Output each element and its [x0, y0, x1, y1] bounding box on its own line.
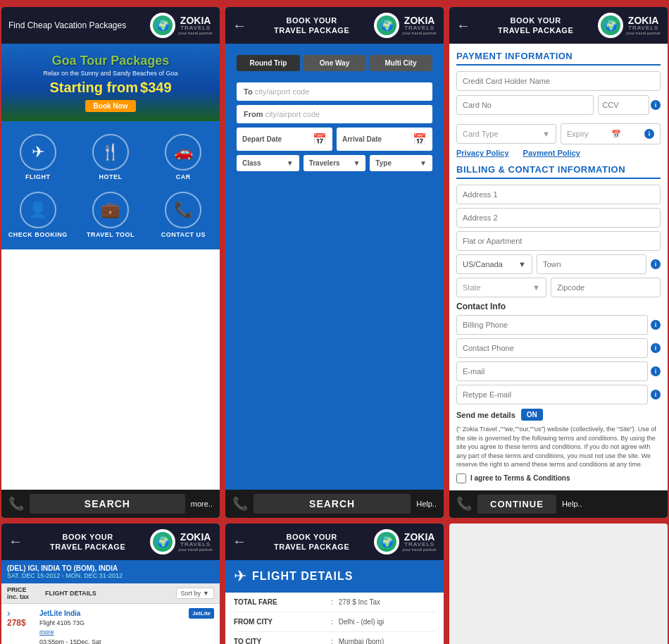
brand-panel4: ZOKIA TRAVELS your travel partner: [178, 532, 213, 552]
ccv-input[interactable]: [598, 95, 649, 115]
town-info-icon[interactable]: i: [651, 259, 661, 269]
card-no-input[interactable]: [456, 95, 594, 115]
multi-city-tab[interactable]: Multi City: [369, 55, 432, 71]
billing-phone-input[interactable]: [456, 315, 648, 335]
panel2-logo: 🌍 ZOKIA TRAVELS your travel partner: [374, 13, 437, 38]
hotel-icon-item[interactable]: 🍴 HOTEL: [74, 128, 146, 186]
credit-card-holder-input[interactable]: [456, 71, 661, 91]
results-header: (DEL) IGI, INDIA TO (BOM), INDIA SAT. DE…: [1, 560, 220, 583]
panel2-search-button[interactable]: SEARCH: [254, 494, 411, 514]
to-field-wrap: To city/airport code: [237, 82, 432, 101]
car-icon-item[interactable]: 🚗 CAR: [147, 128, 220, 186]
results-list: › 278$ JetLite India Flight 4105 73G mor…: [1, 604, 220, 644]
plane-icon: ✈: [234, 567, 246, 586]
ccv-wrap: i: [598, 95, 661, 115]
one-way-tab[interactable]: One Way: [303, 55, 366, 71]
from-label: From: [244, 110, 265, 118]
panel1-title: Find Cheap Vacation Packages: [8, 20, 126, 30]
sort-select[interactable]: Sort by ▼: [176, 588, 214, 599]
logo-circle-3: 🌍: [598, 13, 623, 38]
hero-banner: Goa Tour Packages Relax on the Sunny and…: [1, 44, 220, 121]
state-select[interactable]: State ▼: [456, 278, 546, 297]
depart-date-field[interactable]: Depart Date 📅: [237, 128, 332, 151]
class-dropdown-icon: ▼: [287, 159, 294, 167]
card-type-row: Card Type ▼ Expiry 📅 i: [456, 123, 661, 144]
panel3-header: ← BOOK YOUR TRAVEL PACKAGE 🌍 ZOKIA TRAVE…: [449, 7, 668, 44]
expiry-field[interactable]: Expiry 📅 i: [561, 123, 661, 144]
retype-email-input[interactable]: [456, 385, 648, 404]
agree-checkbox[interactable]: [456, 473, 466, 483]
card-number-row: i: [456, 95, 661, 115]
panel5-header: ← BOOK YOUR TRAVEL PACKAGE 🌍 ZOKIA TRAVE…: [225, 524, 444, 560]
expiry-calendar-icon: 📅: [611, 130, 621, 139]
logo-circle-5: 🌍: [374, 529, 399, 555]
email-input[interactable]: [456, 361, 648, 381]
town-input[interactable]: [537, 254, 646, 274]
to-label: To: [244, 87, 255, 96]
price-1: 278$: [7, 618, 26, 628]
hotel-label: HOTEL: [99, 173, 122, 180]
flat-input[interactable]: [456, 231, 661, 251]
expiry-info-icon[interactable]: i: [644, 129, 654, 139]
back-arrow-icon[interactable]: ←: [232, 18, 249, 34]
flight-details-body: TOTAL FARE : 278 $ Inc Tax FROM CITY : D…: [225, 593, 444, 644]
result-details-1: JetLite India Flight 4105 73G more 03:55…: [39, 608, 171, 644]
logo-globe-icon-4: 🌍: [153, 532, 173, 552]
chevron-right-icon-1: ›: [7, 608, 11, 618]
billing-phone-info-icon[interactable]: i: [651, 320, 661, 330]
panel3-continue-button[interactable]: CONTINUE: [477, 495, 556, 514]
address2-input[interactable]: [456, 208, 661, 228]
panel4-back-arrow[interactable]: ←: [8, 533, 25, 550]
car-label: CAR: [176, 173, 191, 180]
time1-1: 03:55pm - 15Dec, Sat: [39, 638, 171, 644]
address1-input[interactable]: [456, 185, 661, 204]
email-info-icon[interactable]: i: [651, 366, 661, 376]
to-placeholder: city/airport code: [255, 87, 310, 96]
policy-links: Privacy Policy Payment Policy: [456, 149, 661, 157]
privacy-policy-link[interactable]: Privacy Policy: [456, 149, 509, 157]
agree-label: I agree to Terms & Conditions: [470, 474, 570, 482]
panel5-back-arrow[interactable]: ←: [232, 533, 249, 550]
phone-icon-2: 📞: [232, 496, 248, 512]
panel3-back-arrow[interactable]: ←: [456, 18, 473, 34]
depart-calendar-icon: 📅: [313, 132, 327, 146]
results-route: (DEL) IGI, INDIA TO (BOM), INDIA: [7, 564, 214, 572]
more-link-1[interactable]: more: [39, 628, 54, 636]
check-booking-icon-item[interactable]: 👤 CHECK BOOKING: [1, 186, 74, 244]
contact-us-icon-item[interactable]: 📞 CONTACT US: [147, 186, 220, 244]
class-select[interactable]: Class ▼: [237, 155, 299, 171]
send-me-toggle[interactable]: ON: [521, 409, 543, 421]
panel1-search-button[interactable]: SEARCH: [30, 494, 185, 514]
ccv-info-icon[interactable]: i: [651, 100, 661, 110]
retype-email-info-icon[interactable]: i: [651, 390, 661, 400]
book-now-button[interactable]: Book Now: [85, 100, 137, 112]
contact-phone-info-icon[interactable]: i: [651, 343, 661, 353]
panel2-help-link[interactable]: Help..: [416, 500, 437, 508]
result-price-1: › 278$: [7, 608, 35, 644]
country-select[interactable]: US/Canada ▼: [456, 254, 532, 274]
from-field-wrap: From city/airport code: [237, 105, 432, 123]
arrival-date-field[interactable]: Arrival Date 📅: [337, 128, 432, 151]
retype-email-wrap: i: [456, 385, 661, 404]
hotel-icon: 🍴: [92, 134, 129, 171]
jetlite-logo-1: JetLite: [189, 608, 214, 619]
detail-val-0: 278 $ Inc Tax: [339, 598, 435, 606]
travelers-select[interactable]: Travelers ▼: [304, 155, 366, 171]
round-trip-tab[interactable]: Round Trip: [237, 55, 300, 71]
more-link[interactable]: more..: [191, 500, 213, 508]
from-placeholder: city/airport code: [265, 110, 320, 118]
contact-phone-input[interactable]: [456, 338, 648, 358]
type-select[interactable]: Type ▼: [370, 155, 432, 171]
flight-icon-item[interactable]: ✈ FLIGHT: [1, 128, 74, 186]
zip-input[interactable]: [551, 278, 661, 297]
panel3-help-link[interactable]: Help..: [562, 500, 582, 508]
result-item-1[interactable]: › 278$ JetLite India Flight 4105 73G mor…: [1, 604, 220, 644]
panel2-header-title: BOOK YOUR TRAVEL PACKAGE: [249, 16, 374, 36]
billing-phone-wrap: i: [456, 315, 661, 335]
card-type-select[interactable]: Card Type ▼: [456, 124, 556, 144]
payment-policy-link[interactable]: Payment Policy: [523, 149, 580, 157]
contact-icon: 📞: [165, 192, 201, 228]
travel-tool-icon-item[interactable]: 💼 TRAVEL TOOL: [74, 186, 146, 244]
detail-val-2: Mumbai (bom): [339, 638, 435, 644]
contact-info-title: Contact Info: [456, 302, 661, 311]
